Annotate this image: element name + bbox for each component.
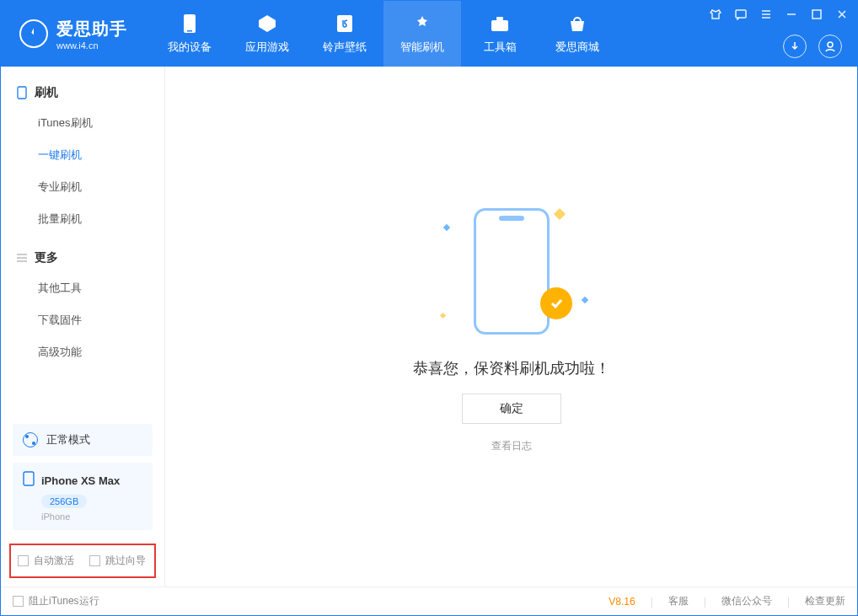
apps-icon [257,13,277,35]
phone-icon [16,87,28,99]
options-highlight-box: 自动激活 跳过向导 [9,544,156,578]
sidebar-group-flash: 刷机 [1,78,164,107]
sparkle-icon [439,313,445,319]
close-icon[interactable] [835,8,849,21]
device-type: iPhone [41,512,142,522]
sparkle-icon [442,224,449,231]
device-phone-icon [23,471,35,490]
feedback-icon[interactable] [734,8,748,21]
checkbox-icon [13,596,24,607]
header: 爱思助手 www.i4.cn 我的设备 应用游戏 铃声壁纸 智能刷机 [1,1,857,67]
sparkle-icon [553,208,565,220]
sidebar-item-download-firmware[interactable]: 下载固件 [1,304,164,336]
tab-my-device[interactable]: 我的设备 [151,1,228,67]
sidebar-item-oneclick-flash[interactable]: 一键刷机 [1,139,164,171]
svg-point-7 [828,42,833,47]
svg-rect-1 [187,30,192,32]
phone-illustration [474,208,550,335]
sidebar-item-batch-flash[interactable]: 批量刷机 [1,203,164,235]
svg-rect-8 [18,87,26,99]
svg-rect-5 [736,10,746,18]
tab-store[interactable]: 爱思商城 [539,1,616,67]
ok-button[interactable]: 确定 [462,394,561,424]
sidebar-item-pro-flash[interactable]: 专业刷机 [1,171,164,203]
window-controls [709,8,849,21]
header-actions [783,35,842,58]
app-title: 爱思助手 [56,18,127,40]
app-window: 爱思助手 www.i4.cn 我的设备 应用游戏 铃声壁纸 智能刷机 [0,0,858,616]
footer: 阻止iTunes运行 V8.16 | 客服 | 微信公众号 | 检查更新 [1,587,857,615]
checkbox-skip-guide[interactable]: 跳过向导 [89,554,146,568]
svg-rect-4 [496,17,503,20]
checkbox-auto-activate[interactable]: 自动激活 [18,554,74,568]
mode-icon [23,432,38,447]
svg-rect-3 [491,20,508,31]
svg-rect-9 [24,472,34,485]
download-icon[interactable] [783,35,807,58]
app-url: www.i4.cn [56,40,127,51]
sidebar-item-other-tools[interactable]: 其他工具 [1,272,164,304]
sparkle-icon [581,297,587,303]
check-update-link[interactable]: 检查更新 [805,594,845,608]
toolbox-icon [490,13,510,35]
sidebar-item-advanced[interactable]: 高级功能 [1,336,164,368]
checkbox-icon [18,555,29,566]
mode-label: 正常模式 [46,432,90,447]
mode-box[interactable]: 正常模式 [13,424,153,456]
tab-apps[interactable]: 应用游戏 [228,1,306,67]
check-badge-icon [540,287,572,319]
user-icon[interactable] [818,35,842,58]
main-content: 恭喜您，保资料刷机成功啦！ 确定 查看日志 [165,67,857,587]
sidebar: 刷机 iTunes刷机 一键刷机 专业刷机 批量刷机 更多 其他工具 下载固件 … [1,67,165,587]
device-name: iPhone XS Max [41,474,120,487]
body: 刷机 iTunes刷机 一键刷机 专业刷机 批量刷机 更多 其他工具 下载固件 … [1,67,857,587]
header-tabs: 我的设备 应用游戏 铃声壁纸 智能刷机 工具箱 爱思商城 [151,1,616,67]
logo-icon [19,19,48,48]
version-label: V8.16 [609,596,635,608]
success-illustration [436,200,587,343]
flash-icon [412,13,432,35]
tab-smart-flash[interactable]: 智能刷机 [383,1,461,67]
sidebar-group-more: 更多 [1,244,164,272]
success-message: 恭喜您，保资料刷机成功啦！ [413,358,610,378]
view-log-link[interactable]: 查看日志 [491,439,532,453]
logo: 爱思助手 www.i4.cn [1,1,142,67]
checkbox-block-itunes[interactable]: 阻止iTunes运行 [13,594,99,608]
list-icon [16,252,28,264]
svg-rect-6 [812,10,821,19]
device-icon [183,13,196,35]
minimize-icon[interactable] [785,8,798,21]
checkbox-icon [89,555,100,566]
tab-ringtones[interactable]: 铃声壁纸 [306,1,383,67]
device-box[interactable]: iPhone XS Max 256GB iPhone [13,463,153,530]
shirt-icon[interactable] [709,8,722,21]
device-storage: 256GB [41,495,87,508]
menu-icon[interactable] [759,8,773,21]
ringtone-icon [335,13,354,35]
sidebar-item-itunes-flash[interactable]: iTunes刷机 [1,107,164,139]
maximize-icon[interactable] [810,8,823,21]
tab-toolbox[interactable]: 工具箱 [461,1,539,67]
wechat-link[interactable]: 微信公众号 [721,594,772,608]
support-link[interactable]: 客服 [668,594,689,608]
store-icon [567,13,587,35]
svg-rect-0 [184,14,196,33]
